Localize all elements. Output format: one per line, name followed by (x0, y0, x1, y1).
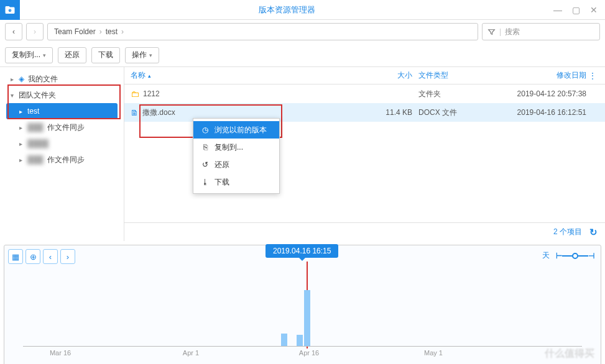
window-title: 版本资源管理器 (20, 4, 553, 16)
sidebar-item-test[interactable]: ▸ test (6, 103, 118, 119)
sidebar-item-label: test (27, 107, 39, 116)
sidebar-item-label: 作文件同步 (47, 122, 85, 133)
timeline-tick: Mar 16 (50, 349, 71, 357)
item-count: 2 个项目 (553, 227, 582, 237)
timeline-axis (23, 346, 582, 347)
copy-to-button[interactable]: 复制到...▾ (5, 47, 53, 63)
search-placeholder: 搜索 (505, 27, 520, 37)
sidebar-item-label: 作文件同步 (47, 155, 85, 165)
zoom-slider[interactable]: ⊢⊣ (556, 252, 594, 260)
column-date[interactable]: 修改日期 (487, 70, 586, 81)
minimize-button[interactable]: — (553, 5, 562, 15)
column-options-icon[interactable]: ⋮ (586, 71, 599, 80)
ctx-restore[interactable]: ↺ 还原 (193, 156, 279, 173)
restore-icon: ↺ (201, 160, 210, 169)
folder-icon: 🗀 (131, 89, 139, 99)
file-name: 1212 (143, 89, 160, 98)
chevron-down-icon: ▾ (9, 92, 15, 99)
chevron-right-icon: ▸ (9, 76, 15, 83)
file-type: DOCX 文件 (412, 107, 487, 118)
ctx-item-label: 复制到... (215, 142, 243, 153)
chevron-right-icon: ▸ (17, 124, 24, 131)
sidebar-item-label: 我的文件 (28, 74, 58, 84)
forward-button[interactable]: › (26, 23, 44, 40)
sidebar-item-my-files[interactable]: ▸ ◈ 我的文件 (6, 71, 118, 87)
sidebar-item-sync[interactable]: ▸ ███ 作文件同步 (6, 119, 118, 135)
watermark: 什么值得买 (545, 347, 594, 360)
target-button[interactable]: ⊕ (25, 249, 40, 264)
timeline-zoom: 天 ⊢⊣ (542, 250, 594, 261)
timeline-toolbar: ▦ ⊕ ‹ › (8, 249, 75, 264)
column-headers: 名称▴ 大小 文件类型 修改日期 ⋮ (124, 67, 605, 84)
back-button[interactable]: ‹ (5, 23, 22, 40)
timeline-tick: Apr 16 (299, 349, 319, 357)
ctx-item-label: 下载 (215, 177, 229, 188)
breadcrumb-part[interactable]: Team Folder (54, 27, 96, 36)
drive-icon: ◈ (19, 75, 24, 83)
breadcrumb-separator: › (121, 27, 124, 36)
actions-button[interactable]: 操作▾ (125, 47, 159, 63)
column-size[interactable]: 大小 (363, 70, 412, 81)
status-bar: 2 个项目 ↻ (124, 222, 605, 241)
timeline-current-badge: 2019.04.16 16:15 (266, 244, 338, 258)
timeline-tick: May 1 (424, 349, 443, 357)
action-toolbar: 复制到...▾ 还原 下载 操作▾ (0, 43, 605, 67)
timeline-tick: Apr 1 (183, 349, 199, 357)
document-icon: 🗎 (131, 108, 139, 117)
ctx-download[interactable]: ⭳ 下载 (193, 173, 279, 191)
sidebar: ▸ ◈ 我的文件 ▾ 团队文件夹 ▸ test ▸ ███ 作文件同步 ▸ ██… (0, 67, 124, 241)
copy-icon: ⎘ (201, 143, 210, 152)
filter-icon (487, 28, 496, 36)
timeline-bar[interactable] (297, 335, 303, 346)
ctx-item-label: 浏览以前的版本 (215, 125, 267, 135)
timeline-next-button[interactable]: › (60, 249, 75, 264)
timeline-prev-button[interactable]: ‹ (43, 249, 58, 264)
file-type: 文件夹 (412, 89, 487, 99)
chevron-right-icon: ▸ (17, 108, 24, 115)
app-icon (0, 0, 20, 20)
download-icon: ⭳ (201, 178, 210, 186)
sidebar-item-sync[interactable]: ▸ ███ 作文件同步 (6, 152, 118, 168)
main-area: ▸ ◈ 我的文件 ▾ 团队文件夹 ▸ test ▸ ███ 作文件同步 ▸ ██… (0, 67, 605, 241)
chevron-right-icon: ▸ (17, 140, 24, 147)
nav-toolbar: ‹ › Team Folder › test › | 搜索 (0, 20, 605, 43)
breadcrumb[interactable]: Team Folder › test › (47, 23, 478, 40)
context-menu: ◷ 浏览以前的版本 ⎘ 复制到... ↺ 还原 ⭳ 下载 (193, 118, 280, 194)
sidebar-item-team-folder[interactable]: ▾ 团队文件夹 (6, 87, 118, 103)
timeline-bar[interactable] (281, 334, 287, 346)
column-name[interactable]: 名称▴ (131, 70, 363, 81)
column-type[interactable]: 文件类型 (412, 70, 487, 81)
breadcrumb-part[interactable]: test (106, 27, 118, 36)
timeline-bar[interactable] (304, 290, 310, 346)
file-date: 2019-04-16 16:12:51 (487, 108, 586, 117)
file-date: 2019-04-12 20:57:38 (487, 89, 586, 98)
window-controls: — ▢ ✕ (553, 5, 605, 15)
sort-asc-icon: ▴ (148, 73, 151, 79)
ctx-item-label: 还原 (215, 160, 229, 170)
maximize-button[interactable]: ▢ (572, 5, 580, 15)
file-size: 11.4 KB (363, 108, 412, 117)
search-box[interactable]: | 搜索 (482, 23, 600, 40)
download-button[interactable]: 下载 (91, 47, 120, 63)
sidebar-item-hidden[interactable]: ▸ ████ (6, 135, 118, 152)
refresh-icon[interactable]: ↻ (589, 227, 598, 238)
restore-button[interactable]: 还原 (58, 47, 86, 63)
timeline-panel: ▦ ⊕ ‹ › 天 ⊢⊣ 2019.04.16 16:15 Mar 16 Apr… (4, 245, 601, 364)
file-row-folder[interactable]: 🗀1212 文件夹 2019-04-12 20:57:38 (124, 84, 605, 103)
file-name: 撒撒.docx (142, 107, 175, 118)
titlebar: 版本资源管理器 — ▢ ✕ (0, 0, 605, 20)
close-button[interactable]: ✕ (590, 5, 598, 15)
calendar-button[interactable]: ▦ (8, 249, 23, 264)
breadcrumb-separator: › (99, 27, 102, 36)
ctx-browse-versions[interactable]: ◷ 浏览以前的版本 (193, 121, 279, 139)
timeline-unit: 天 (542, 250, 550, 261)
ctx-copy-to[interactable]: ⎘ 复制到... (193, 139, 279, 156)
chevron-right-icon: ▸ (17, 157, 24, 163)
clock-icon: ◷ (201, 125, 210, 134)
sidebar-item-label: 团队文件夹 (19, 90, 56, 101)
